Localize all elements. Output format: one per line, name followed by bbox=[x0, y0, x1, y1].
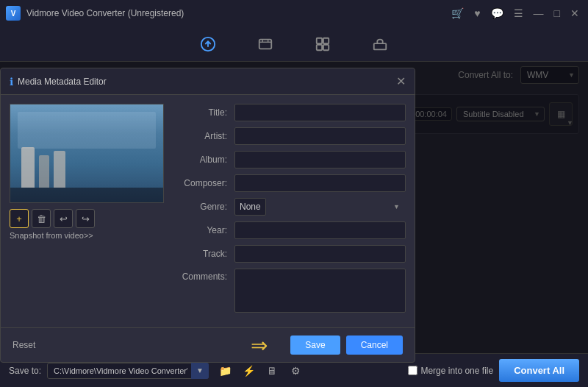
path-dropdown-button[interactable]: ▼ bbox=[191, 363, 209, 379]
screen-button[interactable]: 🖥 bbox=[262, 361, 282, 381]
metadata-dialog: ℹ Media Metadata Editor ✕ bbox=[0, 68, 415, 363]
minimize-icon[interactable]: — bbox=[531, 7, 547, 19]
settings-button[interactable]: ⚙ bbox=[285, 361, 306, 381]
comments-row: Comments: bbox=[179, 269, 406, 313]
maximize-icon[interactable]: □ bbox=[551, 7, 563, 19]
nav-bar bbox=[0, 26, 588, 62]
thumbnail-box bbox=[10, 104, 164, 203]
dialog-footer: Reset ⇒ Save Cancel bbox=[1, 327, 415, 362]
save-button[interactable]: Save bbox=[290, 335, 340, 355]
snapshot-link[interactable]: Snapshot from video>> bbox=[10, 231, 168, 240]
tab-collage[interactable] bbox=[309, 33, 337, 55]
track-row: Track: bbox=[179, 245, 406, 263]
chat-icon[interactable]: 💬 bbox=[488, 7, 506, 19]
track-input[interactable] bbox=[234, 245, 406, 263]
tab-convert[interactable] bbox=[194, 33, 222, 55]
dialog-info-icon: ℹ bbox=[10, 76, 13, 88]
arrow-indicator: ⇒ bbox=[251, 333, 268, 358]
path-input-wrapper: ▼ bbox=[47, 363, 209, 379]
thumbnail-panel: + 🗑 ↩ ↪ Snapshot from video>> bbox=[10, 104, 168, 319]
year-label: Year: bbox=[179, 225, 234, 235]
heart-icon[interactable]: ♥ bbox=[471, 7, 483, 19]
svg-rect-5 bbox=[323, 44, 329, 49]
flash-button[interactable]: ⚡ bbox=[238, 361, 259, 381]
genre-select-wrapper[interactable]: None bbox=[234, 198, 406, 216]
comments-label: Comments: bbox=[179, 269, 234, 282]
merge-checkbox-area: Merge into one file bbox=[408, 366, 493, 376]
save-to-label: Save to: bbox=[9, 366, 41, 376]
app-title: Vidmore Video Converter (Unregistered) bbox=[26, 8, 448, 18]
genre-row: Genre: None bbox=[179, 198, 406, 216]
title-row: Title: bbox=[179, 104, 406, 121]
add-thumbnail-button[interactable]: + bbox=[10, 209, 29, 228]
genre-label: Genre: bbox=[179, 202, 234, 212]
artist-label: Artist: bbox=[179, 131, 234, 141]
composer-row: Composer: bbox=[179, 174, 406, 192]
dialog-close-button[interactable]: ✕ bbox=[396, 74, 406, 88]
reset-button[interactable]: Reset bbox=[12, 340, 35, 350]
tab-toolbox[interactable] bbox=[366, 33, 394, 55]
dialog-header: ℹ Media Metadata Editor ✕ bbox=[1, 68, 415, 95]
form-panel: Title: Artist: Album: Composer: bbox=[179, 104, 406, 319]
artist-input[interactable] bbox=[234, 127, 406, 145]
modal-overlay: ℹ Media Metadata Editor ✕ bbox=[0, 62, 588, 353]
title-input[interactable] bbox=[234, 104, 406, 121]
dialog-title: Media Metadata Editor bbox=[18, 77, 396, 87]
svg-rect-1 bbox=[259, 39, 272, 49]
composer-label: Composer: bbox=[179, 178, 234, 188]
track-label: Track: bbox=[179, 249, 234, 259]
convert-all-button[interactable]: Convert All bbox=[499, 359, 579, 382]
svg-rect-4 bbox=[317, 44, 322, 49]
cancel-button[interactable]: Cancel bbox=[346, 335, 403, 355]
thumbnail-controls: + 🗑 ↩ ↪ bbox=[10, 209, 168, 228]
merge-checkbox[interactable] bbox=[408, 366, 417, 375]
comments-input[interactable] bbox=[234, 269, 406, 313]
artist-row: Artist: bbox=[179, 127, 406, 145]
year-input[interactable] bbox=[234, 221, 406, 239]
cart-icon[interactable]: 🛒 bbox=[448, 7, 467, 19]
bottom-toolbar: 📁 ⚡ 🖥 ⚙ bbox=[215, 361, 306, 381]
app-icon: V bbox=[6, 6, 21, 21]
window-controls: 🛒 ♥ 💬 ☰ — □ ✕ bbox=[448, 7, 582, 19]
album-input[interactable] bbox=[234, 151, 406, 168]
menu-icon[interactable]: ☰ bbox=[511, 7, 526, 19]
svg-rect-3 bbox=[323, 38, 329, 43]
svg-rect-2 bbox=[317, 38, 322, 43]
merge-label[interactable]: Merge into one file bbox=[420, 366, 493, 376]
close-icon[interactable]: ✕ bbox=[567, 7, 582, 19]
svg-rect-6 bbox=[374, 43, 387, 49]
year-row: Year: bbox=[179, 221, 406, 239]
undo-button[interactable]: ↩ bbox=[54, 209, 73, 228]
redo-button[interactable]: ↪ bbox=[76, 209, 95, 228]
album-label: Album: bbox=[179, 155, 234, 165]
folder-open-button[interactable]: 📁 bbox=[215, 361, 235, 381]
composer-input[interactable] bbox=[234, 174, 406, 192]
dialog-body: + 🗑 ↩ ↪ Snapshot from video>> Title: Art… bbox=[1, 95, 415, 327]
genre-select[interactable]: None bbox=[234, 198, 266, 216]
album-row: Album: bbox=[179, 151, 406, 168]
title-label: Title: bbox=[179, 107, 234, 118]
tab-mv[interactable] bbox=[251, 33, 279, 55]
thumbnail-image bbox=[10, 104, 163, 202]
title-bar: V Vidmore Video Converter (Unregistered)… bbox=[0, 0, 588, 26]
save-path-input[interactable] bbox=[47, 363, 209, 379]
delete-thumbnail-button[interactable]: 🗑 bbox=[32, 209, 51, 228]
